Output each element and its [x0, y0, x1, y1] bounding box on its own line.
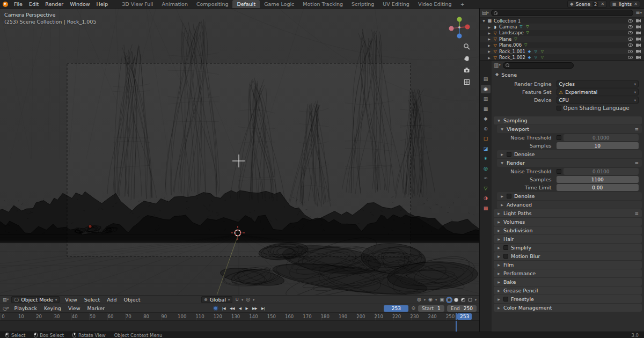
panel-collapsed-caret-icon[interactable]: ▶ [497, 220, 501, 224]
viewport-3d[interactable]: Camera Perspective (253) Scene Collectio… [0, 9, 479, 295]
scene-unlink-icon[interactable]: ✕ [601, 2, 604, 6]
hide-in-viewport-eye-icon[interactable] [628, 56, 633, 59]
properties-tab-output[interactable]: ▥ [481, 94, 491, 103]
scene-users-count[interactable]: 2 [592, 2, 598, 7]
panel-expanded-caret-icon[interactable]: ▼ [497, 119, 501, 122]
menu-help[interactable]: Help [93, 0, 112, 8]
menu-window[interactable]: Window [67, 0, 93, 8]
workspace-tab-uv-editing[interactable]: UV Editing [378, 0, 414, 8]
disable-in-renders-camera-icon[interactable] [636, 56, 641, 59]
mode-dropdown[interactable]: ◯ Object Mode ▾ [11, 296, 60, 303]
snap-options-chevron[interactable]: ▾ [241, 298, 243, 302]
expand-caret-icon[interactable]: ▶ [487, 37, 491, 41]
outliner-row-landscape[interactable]: ▶▽Landscape▽ [480, 30, 644, 36]
frame-start-field[interactable]: Start1 [418, 305, 444, 312]
playhead-line[interactable] [456, 321, 457, 332]
panel-checkbox[interactable] [503, 297, 508, 302]
shading-wireframe-icon[interactable] [447, 298, 451, 302]
viewport-menu-view[interactable]: View [63, 297, 79, 303]
view-layer-unlink-icon[interactable]: ✕ [634, 2, 638, 6]
preset-menu-icon[interactable]: ≡ [634, 211, 639, 216]
panel-collapsed-caret-icon[interactable]: ▶ [500, 203, 504, 207]
properties-tab-world[interactable]: ⊕ [481, 124, 491, 133]
outliner-row-rock-1-002[interactable]: ▶▽Rock_1.002◆▽▽ [480, 54, 644, 60]
menu-render[interactable]: Render [42, 0, 67, 8]
toggle-xray-icon[interactable]: ▣ [440, 297, 444, 302]
navigation-gizmo[interactable] [447, 15, 472, 40]
disable-in-renders-camera-icon[interactable] [636, 31, 641, 34]
expand-caret-icon[interactable]: ▶ [487, 43, 491, 47]
panel-collapsed-caret-icon[interactable]: ▶ [497, 229, 501, 232]
properties-tab-texture[interactable]: ▩ [481, 204, 491, 212]
panel-collapsed-caret-icon[interactable]: ▶ [500, 194, 504, 198]
show-gizmo-icon[interactable]: ◍ [417, 297, 421, 302]
device-dropdown[interactable]: CPU▾ [557, 97, 639, 104]
expand-caret-icon[interactable]: ▶ [487, 25, 491, 29]
panel-collapsed-caret-icon[interactable]: ▶ [497, 263, 501, 267]
timeline-menu-playback[interactable]: Playback [12, 305, 39, 311]
disable-in-renders-camera-icon[interactable] [636, 50, 641, 53]
timeline-ruler[interactable]: 0102030405060708090100110120130140150160… [0, 312, 479, 320]
workspace-tab-[interactable]: + [456, 0, 469, 8]
noise-threshold-field[interactable]: 0.1000 [564, 134, 639, 141]
play-button[interactable]: ▶ [244, 305, 250, 312]
panel-collapsed-caret-icon[interactable]: ▶ [497, 280, 501, 284]
samples-field[interactable]: 1100 [557, 176, 639, 183]
panel-collapsed-caret-icon[interactable]: ▶ [497, 289, 501, 292]
panel-expanded-caret-icon[interactable]: ▼ [500, 127, 504, 131]
play-reverse-button[interactable]: ◀ [237, 305, 243, 312]
menu-file[interactable]: File [11, 0, 26, 8]
auto-keying-record-button[interactable] [213, 306, 218, 311]
properties-tab-material[interactable]: ◑ [481, 194, 491, 202]
panel-header-freestyle[interactable]: ▶Freestyle [494, 295, 642, 303]
noise-threshold-checkbox[interactable] [557, 169, 561, 174]
hide-in-viewport-eye-icon[interactable] [628, 19, 633, 23]
blender-logo-icon[interactable] [3, 2, 8, 7]
prev-keyframe-button[interactable]: ◀◀ [228, 305, 236, 312]
properties-tab-particles[interactable]: ∗ [481, 154, 491, 163]
current-frame-field[interactable]: 253 [384, 305, 408, 312]
move-view-hand-icon[interactable] [463, 55, 471, 62]
expand-caret-icon[interactable]: ▶ [487, 49, 491, 53]
panel-header-denoise[interactable]: ▶Denoise [497, 150, 642, 158]
view-layer-selector[interactable]: ▦ lights ✕ [610, 1, 640, 8]
panel-collapsed-caret-icon[interactable]: ▶ [497, 297, 501, 301]
outliner-search-input[interactable] [491, 10, 634, 16]
panel-collapsed-caret-icon[interactable]: ▶ [497, 237, 501, 241]
panel-header-bake[interactable]: ▶Bake [494, 278, 642, 286]
show-overlays-icon[interactable]: ◉ [428, 297, 433, 302]
expand-caret-icon[interactable]: ▶ [487, 31, 491, 35]
proportional-editing-icon[interactable]: ◎ [246, 297, 250, 302]
properties-tab-render[interactable]: ◉ [481, 85, 491, 93]
playhead-frame-label[interactable]: 253 [457, 313, 472, 320]
timeline-menu-keying[interactable]: Keying [42, 305, 63, 311]
panel-checkbox[interactable] [503, 254, 508, 259]
editor-type-outliner-icon[interactable]: ▤▾ [482, 10, 489, 16]
panel-header-volumes[interactable]: ▶Volumes [494, 218, 642, 226]
properties-tab-view-layer[interactable]: ▦ [481, 105, 491, 113]
transform-orientation-dropdown[interactable]: ⊕ Global ▾ [201, 296, 232, 303]
panel-header-advanced[interactable]: ▶Advanced [497, 201, 642, 209]
editor-type-timeline-icon[interactable]: ◷▾ [3, 306, 9, 311]
outliner-row-plane-006[interactable]: ▶▽Plane.006▽ [480, 42, 644, 48]
workspace-tab-motion-tracking[interactable]: Motion Tracking [298, 0, 347, 8]
preset-menu-icon[interactable]: ≡ [634, 127, 639, 132]
panel-collapsed-caret-icon[interactable]: ▶ [497, 271, 501, 275]
shading-solid-icon[interactable] [454, 298, 458, 302]
panel-header-simplify[interactable]: ▶Simplify [494, 244, 642, 252]
panel-header-subdivision[interactable]: ▶Subdivision [494, 226, 642, 234]
panel-header-grease-pencil[interactable]: ▶Grease Pencil [494, 286, 642, 295]
panel-header-sampling[interactable]: ▼Sampling [494, 116, 642, 124]
properties-tab-tool[interactable]: ▤ [481, 75, 491, 83]
disable-in-renders-camera-icon[interactable] [636, 19, 641, 23]
viewport-menu-add[interactable]: Add [105, 297, 119, 303]
properties-tab-object-data[interactable]: ▽ [481, 184, 491, 193]
panel-collapsed-caret-icon[interactable]: ▶ [497, 211, 501, 215]
hide-in-viewport-eye-icon[interactable] [628, 31, 633, 34]
panel-header-denoise[interactable]: ▶Denoise [497, 192, 642, 200]
time-limit-field[interactable]: 0.00 [557, 184, 639, 191]
panel-collapsed-caret-icon[interactable]: ▶ [497, 306, 501, 310]
workspace-tab-3d-view-full[interactable]: 3D View Full [118, 0, 157, 8]
properties-tab-modifiers[interactable]: ◪ [481, 144, 491, 153]
scene-selector[interactable]: ◆ Scene 2 ✕ [567, 1, 607, 8]
